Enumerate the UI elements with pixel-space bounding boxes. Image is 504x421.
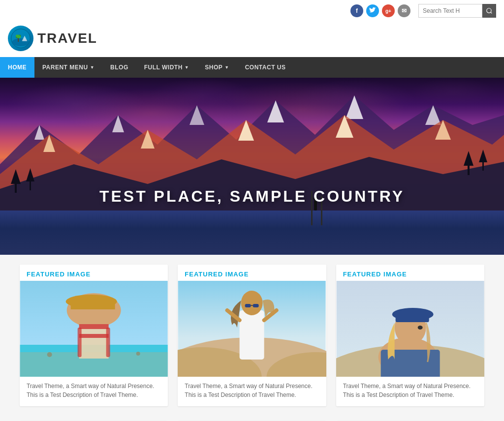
logo[interactable]: TRAVEL: [8, 26, 97, 51]
googleplus-icon[interactable]: g+: [382, 4, 395, 17]
card-1-label-color: IMAGE: [67, 271, 91, 278]
featured-card-2: FEATURED IMAGE: [178, 265, 326, 406]
svg-rect-51: [245, 304, 251, 307]
svg-point-50: [241, 291, 263, 315]
nav-full-width[interactable]: FULL WIDTH ▼: [136, 57, 197, 78]
svg-point-43: [47, 352, 52, 357]
svg-point-44: [136, 352, 140, 356]
facebook-icon[interactable]: f: [350, 4, 363, 17]
card-1-image: [20, 281, 168, 377]
card-3-label-color: IMAGE: [383, 271, 407, 278]
card-3-label-static: FEATURED: [343, 271, 383, 278]
nav-home[interactable]: HOME: [0, 57, 34, 78]
svg-rect-41: [78, 328, 82, 357]
svg-rect-28: [468, 164, 470, 175]
card-1-description: Travel Theme, a Smart way of Natural Pre…: [20, 377, 168, 406]
header: TRAVEL: [0, 22, 504, 57]
card-3-header: FEATURED IMAGE: [336, 265, 484, 281]
featured-section: FEATURED IMAGE: [0, 255, 504, 416]
card-3-image: [336, 281, 484, 377]
svg-rect-39: [79, 324, 109, 329]
svg-rect-26: [30, 181, 31, 190]
card-1-label-static: FEATURED: [27, 271, 67, 278]
nav-blog[interactable]: BLOG: [102, 57, 136, 78]
hero-background: [0, 78, 504, 255]
svg-rect-62: [395, 311, 429, 322]
svg-rect-52: [253, 304, 259, 307]
nav-parent-menu[interactable]: PARENT MENU ▼: [34, 57, 102, 78]
svg-rect-42: [106, 328, 110, 357]
water-reflection: [0, 210, 504, 255]
search-bar[interactable]: [418, 4, 496, 18]
card-2-description: Travel Theme, a Smart way of Natural Pre…: [178, 377, 326, 406]
featured-card-1: FEATURED IMAGE: [20, 265, 168, 406]
twitter-icon[interactable]: [366, 4, 379, 17]
svg-line-1: [491, 12, 492, 14]
featured-card-3: FEATURED IMAGE: [336, 265, 484, 406]
svg-rect-30: [482, 162, 484, 171]
nav-contact[interactable]: CONTACT US: [237, 57, 294, 78]
navigation: HOME PARENT MENU ▼ BLOG FULL WIDTH ▼ SHO…: [0, 57, 504, 78]
featured-cards-grid: FEATURED IMAGE: [20, 265, 484, 406]
svg-rect-38: [79, 324, 109, 359]
content-section: TRAVEL CONTENT TRAVEL CONTENT: [0, 416, 504, 421]
card-3-description: Travel Theme, a Smart way of Natural Pre…: [336, 377, 484, 406]
svg-point-4: [12, 38, 29, 46]
svg-rect-37: [71, 300, 115, 309]
card-1-header: FEATURED IMAGE: [20, 265, 168, 281]
card-2-header: FEATURED IMAGE: [178, 265, 326, 281]
logo-text: TRAVEL: [37, 30, 97, 46]
hero-title: TEST PLACE, SAMPLE COUNTRY: [99, 187, 405, 206]
svg-rect-40: [79, 334, 109, 338]
svg-rect-24: [15, 183, 17, 193]
search-button[interactable]: [482, 4, 496, 18]
card-2-label-static: FEATURED: [185, 271, 225, 278]
nav-shop[interactable]: SHOP ▼: [197, 57, 237, 78]
card-2-image: [178, 281, 326, 377]
logo-icon: [8, 26, 33, 51]
hero-section: TEST PLACE, SAMPLE COUNTRY: [0, 78, 504, 255]
email-icon[interactable]: ✉: [398, 4, 410, 17]
card-2-label-color: IMAGE: [225, 271, 249, 278]
social-icons: f g+ ✉: [350, 4, 410, 17]
svg-point-63: [417, 326, 422, 330]
top-bar: f g+ ✉: [0, 0, 504, 22]
svg-rect-49: [240, 310, 264, 360]
search-input[interactable]: [418, 4, 482, 18]
svg-point-0: [487, 8, 491, 13]
